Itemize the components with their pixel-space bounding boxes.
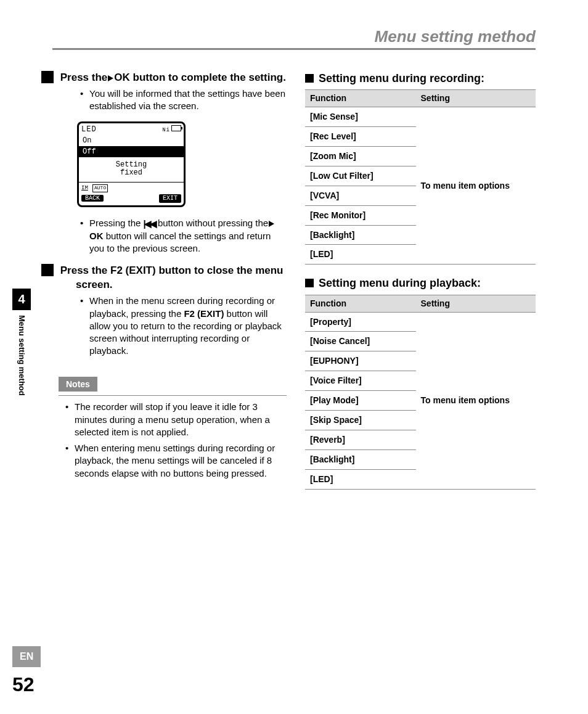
table-row: [Reverb] [305, 430, 416, 449]
recording-table: Function Setting [Mic Sense] To menu ite… [305, 89, 536, 265]
table-row: [Play Mode] [305, 391, 416, 411]
table-row: [Rec Monitor] [305, 205, 416, 225]
th-setting: Setting [416, 295, 536, 312]
table-row: [EUPHONY] [305, 351, 416, 371]
step7-ok: OK [114, 72, 130, 83]
prev-icon: |◀◀ [144, 218, 155, 230]
table-row: [Mic Sense] [305, 107, 416, 127]
table-row: [VCVA] [305, 186, 416, 205]
table-row: [LED] [305, 245, 416, 265]
lcd-option-on: On [79, 135, 184, 146]
notes-label: Notes [59, 377, 97, 392]
step7-bullet2: Pressing the |◀◀ button without pressing… [89, 217, 287, 255]
notes-list: The recorder will stop if you leave it i… [59, 401, 287, 480]
table-row: [Rec Level] [305, 127, 416, 147]
th-setting: Setting [416, 90, 536, 107]
recording-section-head: Setting menu during recording: [305, 71, 536, 86]
lcd-msg2: fixed [120, 168, 142, 177]
recording-setting: To menu item options [416, 107, 536, 265]
table-row: [Skip Space] [305, 410, 416, 430]
square-bullet-icon [305, 74, 314, 83]
step7-text-c: button to complete the setting. [130, 72, 286, 83]
step8-bullet: When in the menu screen during recording… [89, 295, 287, 357]
page-title: Menu setting method [375, 26, 536, 47]
table-row: [Noise Cancel] [305, 332, 416, 351]
table-row: [Voice Filter] [305, 371, 416, 391]
note-1: The recorder will stop if you leave it i… [75, 401, 287, 438]
th-function: Function [305, 295, 416, 312]
playback-setting: To menu item options [416, 312, 536, 489]
lcd-title: LED [81, 125, 97, 134]
table-row: [Backlight] [305, 225, 416, 245]
playback-table: Function Setting [Property] To menu item… [305, 295, 536, 490]
lcd-auto: AUTO [92, 184, 108, 192]
lcd-screenshot: LED Ni On Off Setting fixed IM AUTO BACK… [77, 121, 186, 207]
step-number-8: 8 [41, 264, 54, 276]
th-function: Function [305, 90, 416, 107]
lcd-back-key: BACK [81, 195, 104, 202]
step7-text-a: Press the [60, 72, 108, 83]
side-section-label: Menu setting method [16, 315, 27, 396]
step-7: 7 Press theOK button to complete the set… [59, 71, 287, 255]
step-number-7: 7 [41, 71, 54, 83]
page-number: 52 [12, 671, 35, 698]
notes-rule [59, 395, 287, 396]
lcd-im: IM [81, 185, 88, 191]
table-row: [LED] [305, 469, 416, 489]
lcd-exit-key: EXIT [159, 194, 181, 203]
step7-bullet1: You will be informed that the settings h… [89, 88, 287, 113]
table-row: [Property] [305, 312, 416, 332]
language-badge: EN [12, 646, 41, 667]
step-8: 8 Press the F2 (EXIT) button to close th… [59, 264, 287, 357]
lcd-msg1: Setting [116, 160, 147, 169]
lcd-option-off: Off [79, 146, 184, 157]
table-row: [Zoom Mic] [305, 146, 416, 166]
chapter-number: 4 [12, 289, 31, 310]
header-rule [52, 48, 536, 50]
playback-section-head: Setting menu during playback: [305, 276, 536, 290]
square-bullet-icon [305, 279, 314, 287]
lcd-ni: Ni [162, 127, 170, 133]
table-row: [Backlight] [305, 449, 416, 469]
play-icon [269, 221, 274, 227]
play-icon [108, 75, 113, 81]
note-2: When entering menu settings during recor… [75, 442, 287, 480]
battery-icon [171, 125, 181, 131]
table-row: [Low Cut Filter] [305, 166, 416, 186]
side-tab: 4 Menu setting method [12, 289, 31, 399]
